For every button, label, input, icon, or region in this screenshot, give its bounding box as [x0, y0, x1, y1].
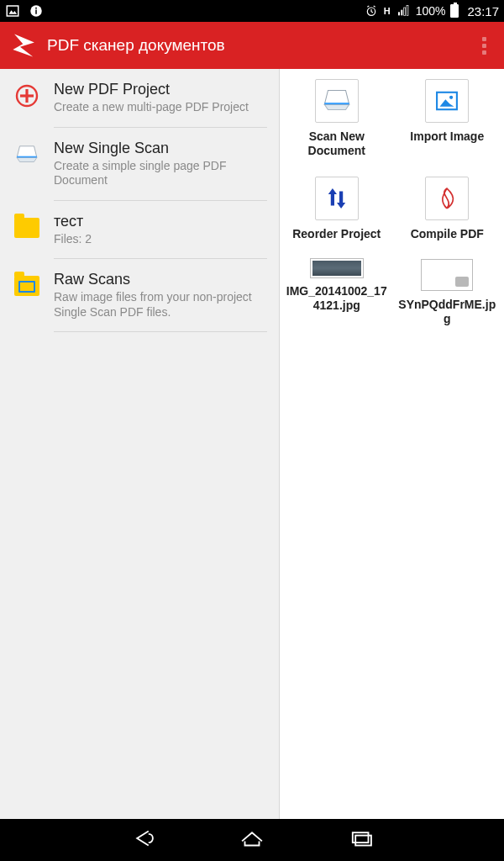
folder-image-icon — [12, 271, 42, 301]
home-button[interactable] — [238, 824, 266, 856]
plus-circle-icon — [12, 81, 42, 111]
picture-icon — [5, 3, 20, 18]
svg-marker-21 — [440, 99, 454, 107]
list-item-subtitle: Create a new multi-page PDF Project — [54, 100, 267, 115]
list-item-subtitle: Raw image files from your non-project Si… — [54, 290, 267, 320]
svg-rect-3 — [35, 10, 37, 14]
system-nav-bar — [0, 819, 504, 861]
list-item-title: Raw Scans — [54, 271, 267, 288]
clock: 23:17 — [467, 4, 499, 18]
content-area: New PDF Project Create a new multi-page … — [0, 69, 504, 819]
alarm-icon — [364, 3, 379, 18]
svg-marker-24 — [337, 203, 345, 209]
reorder-icon — [315, 177, 359, 220]
list-item-subtitle: Files: 2 — [54, 232, 267, 247]
back-button[interactable] — [129, 824, 157, 856]
pdf-icon — [425, 177, 469, 220]
svg-rect-7 — [401, 10, 402, 16]
status-bar: H 100% 23:17 — [0, 0, 504, 22]
overflow-menu-button[interactable] — [474, 30, 494, 61]
tile-import-image[interactable]: Import Image — [394, 79, 501, 158]
list-item-raw-scans[interactable]: Raw Scans Raw image files from your non-… — [0, 259, 279, 332]
network-type: H — [384, 6, 391, 16]
svg-marker-23 — [328, 188, 337, 194]
svg-point-4 — [35, 8, 37, 9]
svg-marker-17 — [324, 104, 349, 109]
svg-rect-16 — [17, 156, 37, 157]
thumbnail-icon — [421, 259, 473, 291]
svg-marker-15 — [17, 145, 37, 157]
app-logo-icon — [10, 31, 39, 60]
app-title: PDF сканер документов — [47, 36, 225, 55]
svg-rect-9 — [407, 5, 408, 15]
thumbnail-icon — [311, 259, 363, 277]
folder-icon — [12, 213, 42, 243]
scanner-icon — [315, 79, 359, 123]
svg-marker-1 — [9, 10, 18, 14]
file-label: SYnPQddFrME.jpg — [396, 298, 497, 326]
file-label: IMG_20141002_174121.jpg — [286, 284, 387, 313]
tile-label: Scan New Document — [286, 129, 387, 158]
file-thumbnail-2[interactable]: SYnPQddFrME.jpg — [394, 259, 501, 326]
svg-rect-8 — [403, 8, 405, 15]
tile-reorder-project[interactable]: Reorder Project — [283, 177, 391, 241]
svg-marker-14 — [17, 157, 37, 161]
list-item-title: New PDF Project — [54, 81, 267, 98]
right-pane: Scan New Document Import Image — [279, 69, 504, 819]
recent-apps-button[interactable] — [347, 824, 375, 856]
battery-percent: 100% — [416, 4, 446, 18]
list-item-title: тест — [54, 213, 267, 230]
battery-icon — [450, 4, 459, 18]
svg-marker-10 — [13, 34, 34, 56]
svg-rect-6 — [398, 12, 400, 15]
list-item-new-pdf-project[interactable]: New PDF Project Create a new multi-page … — [0, 69, 279, 128]
svg-point-22 — [449, 96, 453, 99]
scanner-icon — [12, 140, 42, 170]
file-thumbnail-1[interactable]: IMG_20141002_174121.jpg — [283, 259, 391, 326]
svg-marker-18 — [324, 90, 349, 104]
list-item-project-test[interactable]: тест Files: 2 — [0, 201, 279, 260]
signal-icon — [396, 3, 411, 18]
list-item-new-single-scan[interactable]: New Single Scan Create a simple single p… — [0, 128, 279, 201]
svg-rect-0 — [7, 6, 18, 16]
left-pane: New PDF Project Create a new multi-page … — [0, 69, 279, 819]
tile-compile-pdf[interactable]: Compile PDF — [394, 177, 501, 241]
info-icon — [29, 3, 44, 18]
image-icon — [425, 79, 469, 123]
svg-rect-19 — [324, 103, 349, 104]
app-bar: PDF сканер документов — [0, 22, 504, 69]
tile-scan-new-document[interactable]: Scan New Document — [283, 79, 391, 158]
tile-label: Compile PDF — [411, 227, 484, 241]
tile-label: Reorder Project — [292, 227, 381, 241]
list-item-subtitle: Create a simple single page PDF Document — [54, 159, 267, 188]
svg-rect-13 — [20, 94, 34, 97]
tile-label: Import Image — [410, 129, 484, 144]
list-item-title: New Single Scan — [54, 140, 267, 157]
